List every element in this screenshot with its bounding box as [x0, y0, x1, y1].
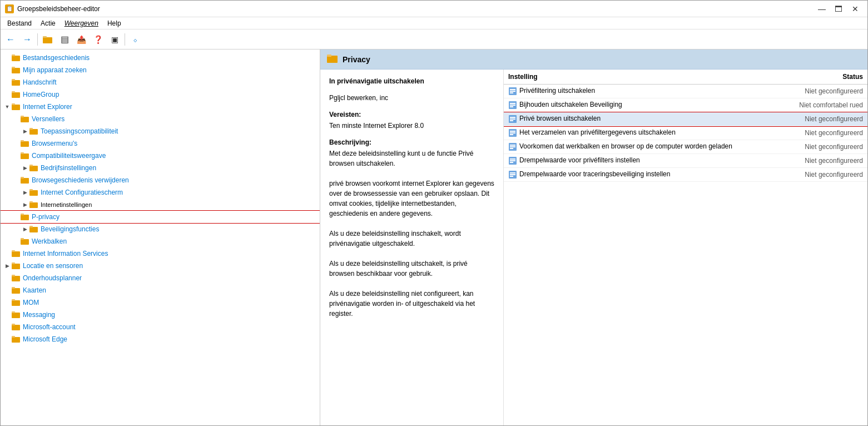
back-button[interactable]: ← — [3, 32, 18, 47]
menu-weergeven[interactable]: Weergeven — [60, 18, 103, 28]
filter-button[interactable]: ⬦ — [127, 32, 143, 47]
tree-item-mijn-apparaat[interactable]: Mijn apparaat zoeken — [1, 64, 320, 76]
svg-rect-41 — [12, 287, 15, 289]
tree-panel: Bestandsgeschiedenis Mijn apparaat zoeke… — [1, 49, 320, 425]
expand-icon[interactable]: ▶ — [21, 188, 29, 197]
menu-actie[interactable]: Actie — [36, 18, 60, 28]
svg-rect-32 — [21, 239, 29, 245]
expand-icon[interactable]: ▶ — [21, 127, 29, 136]
settings-row[interactable]: Drempelwaarde voor privéfilters instelle… — [504, 154, 867, 168]
svg-rect-12 — [21, 117, 29, 122]
desc-section-3: Vereisten: Ten minste Internet Explorer … — [329, 110, 494, 131]
setting-name: Voorkomen dat werkbalken en browser op d… — [519, 142, 732, 150]
tree-item-microsoft-edge[interactable]: Microsoft Edge — [1, 333, 320, 345]
tree-item-browsegeschied[interactable]: Browsegeschiedenis verwijderen — [1, 174, 320, 186]
tree-item-iis[interactable]: Internet Information Services — [1, 247, 320, 260]
desc-text-3: Ten minste Internet Explorer 8.0 — [329, 121, 494, 131]
tree-item-onderhoudsplan[interactable]: Onderhoudsplanner — [1, 272, 320, 284]
expand-icon[interactable]: ▼ — [3, 102, 12, 111]
setting-label: Drempelwaarde voor privéfilters instelle… — [504, 154, 781, 168]
folder-icon — [12, 274, 21, 282]
tree-item-beveiligingsfunct[interactable]: ▶ Beveiligingsfuncties — [1, 223, 320, 235]
tree-label: Locatie en sensoren — [23, 262, 83, 270]
svg-rect-8 — [12, 92, 20, 98]
tree-item-homegroup[interactable]: HomeGroup — [1, 88, 320, 101]
svg-rect-62 — [510, 118, 515, 120]
export-button[interactable]: 📤 — [73, 32, 89, 47]
svg-rect-35 — [12, 250, 15, 252]
tree-item-compatweergave[interactable]: Compatibiliteitsweergave — [1, 150, 320, 162]
folder-icon — [21, 213, 29, 221]
svg-rect-22 — [21, 178, 29, 184]
setting-label: Privé browsen uitschakelen — [504, 112, 781, 126]
svg-rect-42 — [12, 300, 20, 306]
showhide-button[interactable]: ▣ — [107, 32, 122, 47]
tree-label: Microsoft Edge — [23, 335, 67, 343]
svg-rect-15 — [29, 128, 33, 130]
help-button[interactable]: ❓ — [90, 32, 106, 47]
tree-label: Kaarten — [23, 286, 46, 294]
svg-rect-10 — [12, 105, 20, 110]
expand-icon[interactable]: ▶ — [3, 261, 12, 270]
expand-icon[interactable]: ▶ — [21, 200, 29, 209]
svg-rect-66 — [510, 132, 515, 133]
tree-item-versnellers[interactable]: Versnellers — [1, 113, 320, 125]
settings-row[interactable]: Privé browsen uitschakelenNiet geconfigu… — [504, 112, 867, 126]
menu-bestand[interactable]: Bestand — [3, 18, 36, 28]
tree-item-internetinst[interactable]: ▶ Internetinstellingen — [1, 199, 320, 211]
svg-rect-20 — [29, 166, 38, 171]
tree-item-internetconfig[interactable]: ▶ Internet Configuratiescherm — [1, 186, 320, 199]
desc-text-2: Pgljcl bewerken, inc — [329, 93, 494, 103]
settings-row[interactable]: Het verzamelen van privéfiltergegevens u… — [504, 126, 867, 140]
svg-rect-39 — [12, 275, 15, 276]
tree-label: Versnellers — [32, 115, 65, 123]
setting-icon — [508, 170, 517, 179]
setting-label: Bijhouden uitschakelen Beveiliging — [504, 98, 781, 112]
tree-label: HomeGroup — [23, 91, 59, 98]
expand-icon[interactable]: ▶ — [21, 164, 29, 172]
tree-item-bedrijfsinst[interactable]: ▶ Bedrijfsinstellingen — [1, 162, 320, 174]
tree-item-internet-explorer[interactable]: ▼ Internet Explorer — [1, 101, 320, 113]
minimize-button[interactable]: — — [814, 1, 830, 17]
tree-label: Browsermenu's — [32, 140, 77, 147]
svg-rect-7 — [12, 79, 15, 81]
settings-row[interactable]: Privéfiltering uitschakelenNiet geconfig… — [504, 85, 867, 98]
settings-table: Instelling Status Privéfiltering uitscha… — [504, 70, 867, 182]
app-icon: 📋 — [5, 4, 14, 13]
svg-rect-17 — [21, 140, 24, 142]
tree-item-messaging[interactable]: Messaging — [1, 309, 320, 321]
tree-item-microsoft-account[interactable]: Microsoft-account — [1, 321, 320, 333]
tree-item-kaarten[interactable]: Kaarten — [1, 284, 320, 296]
settings-row[interactable]: Voorkomen dat werkbalken en browser op d… — [504, 140, 867, 154]
expand-icon[interactable]: ▶ — [21, 225, 29, 234]
svg-rect-44 — [12, 313, 20, 318]
tree-item-bestandsgeschiedenis[interactable]: Bestandsgeschiedenis — [1, 52, 320, 64]
col-status: Status — [781, 70, 867, 85]
setting-status: Niet geconfigureerd — [781, 85, 867, 98]
tree-item-werkbalken[interactable]: Werkbalken — [1, 235, 320, 247]
tree-item-handschrift[interactable]: Handschrift — [1, 76, 320, 88]
folder-icon — [29, 201, 38, 209]
tree-label: Handschrift — [23, 78, 57, 86]
tree-item-locatie[interactable]: ▶ Locatie en sensoren — [1, 260, 320, 272]
tree-item-toepassings[interactable]: ▶ Toepassingscompatibiliteit — [1, 125, 320, 137]
view-button[interactable]: ▤ — [57, 32, 72, 47]
tree-item-browsermenu[interactable]: Browsermenu's — [1, 137, 320, 150]
settings-row[interactable]: Drempelwaarde voor traceringsbeveiliging… — [504, 168, 867, 182]
right-panel-header: Privacy — [320, 49, 867, 70]
menu-help[interactable]: Help — [103, 18, 126, 28]
tree-item-mom[interactable]: MOM — [1, 296, 320, 309]
right-panel: Privacy In privénavigatie uitschakelen P… — [320, 49, 867, 425]
folder-button[interactable] — [40, 32, 56, 47]
desc-section-1: In privénavigatie uitschakelen — [329, 76, 494, 86]
toolbar-separator-1 — [37, 33, 38, 46]
forward-button[interactable]: → — [19, 32, 35, 47]
setting-status: Niet geconfigureerd — [781, 168, 867, 182]
maximize-button[interactable]: 🗖 — [831, 1, 846, 17]
settings-row[interactable]: Bijhouden uitschakelen BeveiligingNiet c… — [504, 98, 867, 112]
svg-rect-19 — [21, 152, 24, 154]
close-button[interactable]: ✕ — [847, 1, 863, 17]
setting-label: Voorkomen dat werkbalken en browser op d… — [504, 140, 781, 154]
svg-rect-16 — [21, 141, 29, 147]
tree-item-pprivacy[interactable]: P-privacy — [1, 211, 320, 223]
